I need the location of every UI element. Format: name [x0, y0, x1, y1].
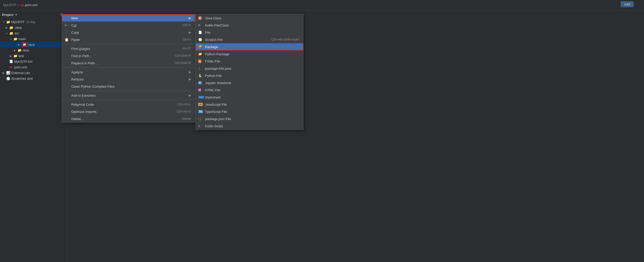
- submenu-item-css[interactable]: CSS Stylesheet: [196, 94, 303, 101]
- menu-item-label: Optimize Imports: [71, 110, 177, 114]
- submenu-item-kotlin-script[interactable]: K Kotlin Script: [196, 122, 303, 130]
- submenu-item-jupyter[interactable]: IP Jupyter Notebook: [196, 79, 303, 86]
- submenu-item-js[interactable]: JS JavaScript File: [196, 101, 303, 108]
- submenu-item-scratch[interactable]: 🕐 Scratch File Ctrl+Alt+Shift+Insert: [196, 36, 303, 43]
- tree-item-external-libs[interactable]: ▶ 📊 External Libr: [0, 70, 67, 76]
- submenu-item-package[interactable]: 📦 Package: [196, 43, 303, 50]
- tree-label: External Libr: [11, 71, 30, 75]
- tree-item-myudtf-iml[interactable]: ▶ 📄 MyUDTF.iml: [0, 59, 67, 64]
- submenu-item-kotlin[interactable]: K Kotlin File/Class: [196, 22, 303, 29]
- submenu-item-file[interactable]: 📄 File: [196, 29, 303, 36]
- menu-item-optimize-imports[interactable]: Optimize Imports Ctrl+Alt+O: [62, 108, 195, 115]
- submenu-item-html[interactable]: H HTML File: [196, 86, 303, 94]
- submenu-label: TypeScript File: [205, 110, 299, 114]
- tree-path: D:\My: [27, 20, 35, 24]
- separator: [62, 100, 195, 100]
- tree-label: java: [29, 43, 35, 47]
- expand-arrow: ▶: [2, 71, 5, 74]
- menu-item-label: Cut: [71, 23, 182, 27]
- menu-item-label: Reformat Code: [71, 103, 177, 106]
- tree-label: main: [19, 37, 26, 41]
- menu-item-clean-python[interactable]: Clean Python Compiled Files: [62, 83, 195, 90]
- folder-icon: 📁: [13, 37, 17, 41]
- tree-item-src[interactable]: ▾ 📁 src: [0, 30, 67, 36]
- submenu-item-package-info[interactable]: J package-info.java: [196, 65, 303, 72]
- submenu-label: File: [205, 31, 299, 34]
- breadcrumb-file[interactable]: pom.xml: [25, 3, 38, 7]
- menu-item-label: Analyze: [71, 70, 187, 74]
- submenu-item-python-pkg[interactable]: 📁 Python Package: [196, 50, 303, 58]
- breadcrumb-project[interactable]: MyUDTF: [3, 3, 16, 7]
- expand-arrow: ▶: [13, 49, 16, 52]
- tree-item-idea[interactable]: ▶ 📁 .idea: [0, 25, 67, 30]
- tree-item-test[interactable]: ▶ 📁 test: [0, 53, 67, 59]
- shortcut-paste: Ctrl+V: [182, 38, 191, 41]
- package-info-icon: J: [198, 67, 200, 70]
- expand-arrow: ▶: [17, 43, 21, 46]
- menu-item-new[interactable]: New ▶: [62, 14, 195, 22]
- menu-item-refactor[interactable]: Refactor ▶: [62, 76, 195, 83]
- menu-item-label: New: [71, 16, 189, 20]
- expand-arrow: ▶: [9, 55, 12, 57]
- kotlin-icon: K: [198, 23, 201, 27]
- tree-item-myudtf[interactable]: ▾ 📁 MyUDTF D:\My: [0, 19, 67, 25]
- expand-arrow: ▾: [5, 32, 8, 35]
- menu-item-find-usages[interactable]: Find Usages Alt+F7: [62, 45, 195, 52]
- menu-item-label: Paste: [71, 38, 182, 42]
- submenu-label: Kotlin Script: [205, 124, 299, 128]
- tree-label: .idea: [14, 26, 22, 30]
- submenu-label: JavaScript File: [205, 103, 299, 106]
- submenu-item-json[interactable]: { } package.json File: [196, 115, 303, 122]
- sidebar-title: Project: [2, 13, 13, 17]
- add-button[interactable]: Add: [621, 1, 634, 7]
- submenu-item-java-class[interactable]: C Java Class: [196, 14, 303, 22]
- menu-item-delete[interactable]: Delete... Delete: [62, 115, 195, 122]
- menu-item-label: Replace in Path...: [71, 61, 174, 65]
- sidebar: Project ▾ ⚙ ▾ 📁 MyUDTF D:\My ▶ 📁 .idea ▾…: [0, 10, 67, 262]
- shortcut-replace-path: Ctrl+Shift+R: [174, 61, 191, 65]
- expand-arrow: ▾: [2, 21, 5, 23]
- file-icon: 📄: [198, 31, 202, 34]
- submenu-shortcut: Ctrl+Alt+Shift+Insert: [271, 38, 299, 41]
- context-menu: New ▶ ✂ Cut Ctrl+X Copy ▶ 📋 Paste Ctrl+V…: [62, 14, 195, 123]
- menu-item-label: Find Usages: [71, 47, 182, 51]
- tree-item-main[interactable]: ▾ 📁 main: [0, 36, 67, 42]
- menu-item-reformat[interactable]: Reformat Code Ctrl+Alt+L: [62, 101, 195, 108]
- menu-item-copy[interactable]: Copy ▶: [62, 29, 195, 36]
- sidebar-dropdown[interactable]: ▾: [15, 13, 17, 16]
- arrow-icon: ▶: [189, 77, 191, 81]
- menu-item-find-in-path[interactable]: Find in Path... Ctrl+Shift+F: [62, 52, 195, 59]
- tree-label: src: [14, 31, 19, 35]
- submenu-item-fxml[interactable]: fx FXML File: [196, 58, 303, 65]
- submenu-label: FXML File: [205, 59, 299, 63]
- shortcut-cut: Ctrl+X: [182, 23, 191, 27]
- menu-item-label: Copy: [71, 31, 187, 34]
- menu-item-add-favorites[interactable]: Add to Favorites ▶: [62, 92, 195, 99]
- shortcut-find-usages: Alt+F7: [182, 47, 191, 50]
- separator: [62, 91, 195, 91]
- ts-icon: TS: [198, 110, 203, 113]
- submenu-item-ts[interactable]: TS TypeScript File: [196, 108, 303, 115]
- submenu-label: Kotlin File/Class: [205, 23, 299, 27]
- html-icon: H: [198, 88, 201, 92]
- menu-item-paste[interactable]: 📋 Paste Ctrl+V: [62, 36, 195, 43]
- shortcut-find-path: Ctrl+Shift+F: [175, 54, 191, 58]
- menu-item-analyze[interactable]: Analyze ▶: [62, 68, 195, 76]
- tree-item-scratches[interactable]: ▶ 🕐 Scratches and: [0, 76, 67, 81]
- menu-item-replace-in-path[interactable]: Replace in Path... Ctrl+Shift+R: [62, 59, 195, 67]
- tree-item-reso[interactable]: ▶ 📁 reso: [0, 47, 67, 53]
- menu-item-label: Clean Python Compiled Files: [71, 85, 191, 88]
- tree-item-pom[interactable]: ▶ m pom.xml: [0, 64, 67, 70]
- menu-item-cut[interactable]: ✂ Cut Ctrl+X: [62, 22, 195, 29]
- arrow-icon: ▶: [189, 31, 191, 34]
- tree-item-java[interactable]: ▶ 📁 java: [0, 42, 67, 47]
- shortcut-optimize: Ctrl+Alt+O: [177, 110, 191, 113]
- shortcut-reformat: Ctrl+Alt+L: [177, 103, 191, 106]
- fxml-icon: fx: [198, 60, 201, 63]
- submenu-item-python[interactable]: 🐍 Python File: [196, 72, 303, 79]
- submenu-label: package-info.java: [205, 67, 299, 70]
- arrow-icon: ▶: [189, 70, 191, 74]
- folder-icon: 📁: [9, 31, 13, 35]
- breadcrumb-bar: MyUDTF › m pom.xml Add: [0, 0, 644, 10]
- folder-icon: 📁: [9, 26, 13, 30]
